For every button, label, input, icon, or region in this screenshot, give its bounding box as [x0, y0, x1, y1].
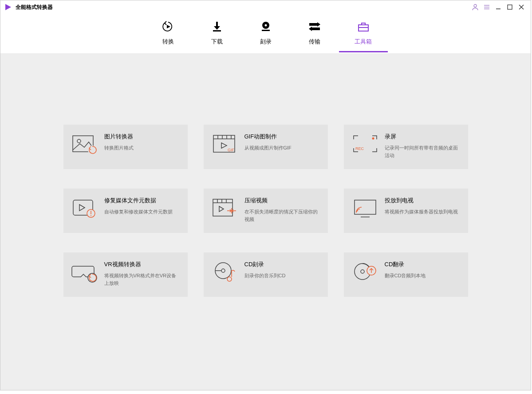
cd-rip-icon — [351, 260, 379, 284]
svg-point-45 — [221, 269, 225, 272]
tool-compress-video[interactable]: 压缩视频 在不损失清晰度的情况下压缩你的视频 — [204, 189, 328, 233]
menu-icon[interactable] — [481, 1, 493, 13]
tool-desc: 翻录CD音频到本地 — [385, 272, 461, 280]
vr-converter-icon — [71, 260, 99, 284]
convert-icon — [162, 20, 174, 33]
tool-desc: 转换图片格式 — [104, 144, 181, 152]
svg-rect-33 — [213, 199, 233, 216]
tool-title: 录屏 — [385, 133, 461, 141]
tool-vr-converter[interactable]: VR视频转换器 将视频转换为VR格式并在VR设备上放映 — [63, 252, 188, 297]
cast-tv-icon — [351, 197, 379, 220]
nav-label: 转换 — [162, 38, 174, 46]
svg-rect-14 — [312, 28, 320, 30]
svg-point-0 — [474, 4, 477, 7]
tool-fix-metadata[interactable]: 修复媒体文件元数据 自动修复和修改媒体文件元数据 — [63, 189, 188, 233]
svg-rect-9 — [213, 30, 221, 32]
tool-desc: 将视频转换为VR格式并在VR设备上放映 — [104, 272, 181, 287]
svg-rect-5 — [508, 5, 512, 9]
tool-cast-tv[interactable]: 投放到电视 将视频作为媒体服务器投放到电视 — [344, 189, 468, 233]
gif-maker-icon: GIF — [211, 133, 239, 156]
account-icon[interactable] — [469, 1, 481, 13]
svg-point-18 — [77, 139, 81, 143]
nav-label: 下载 — [211, 38, 223, 46]
tool-title: GIF动图制作 — [244, 133, 321, 141]
compress-video-icon — [211, 197, 239, 220]
tool-title: 图片转换器 — [104, 133, 181, 141]
svg-point-49 — [361, 270, 364, 273]
transfer-icon — [308, 20, 321, 33]
minimize-button[interactable] — [493, 1, 504, 13]
nav-toolbox[interactable]: 工具箱 — [339, 17, 388, 52]
svg-rect-13 — [309, 23, 317, 26]
nav-label: 刻录 — [260, 38, 272, 46]
close-button[interactable] — [516, 1, 527, 13]
tool-desc: 将视频作为媒体服务器投放到电视 — [385, 208, 461, 216]
tool-gif-maker[interactable]: GIF GIF动图制作 从视频或图片制作GIF — [204, 125, 328, 169]
nav-label: 工具箱 — [355, 38, 372, 46]
nav-convert[interactable]: 转换 — [144, 17, 193, 51]
svg-point-32 — [91, 215, 91, 216]
screen-record-icon: REC — [351, 133, 379, 156]
download-icon — [211, 20, 223, 33]
svg-text:REC: REC — [355, 146, 364, 151]
svg-text:GIF: GIF — [228, 148, 235, 152]
tool-title: CD翻录 — [385, 260, 461, 268]
svg-point-11 — [264, 24, 267, 27]
tool-title: VR视频转换器 — [104, 260, 181, 268]
tool-desc: 从视频或图片制作GIF — [244, 144, 321, 152]
nav-label: 传输 — [309, 38, 320, 46]
image-converter-icon — [71, 133, 99, 156]
app-title: 全能格式转换器 — [16, 4, 53, 11]
toolbox-icon — [357, 20, 370, 33]
nav-transfer[interactable]: 传输 — [290, 17, 339, 51]
svg-point-27 — [372, 138, 374, 140]
tool-title: 投放到电视 — [385, 197, 461, 205]
tool-desc: 在不损失清晰度的情况下压缩你的视频 — [244, 208, 321, 223]
nav-burn[interactable]: 刻录 — [241, 17, 290, 51]
tool-screen-record[interactable]: REC 录屏 记录同一时间所有带有音频的桌面活动 — [344, 125, 468, 169]
tool-desc: 自动修复和修改媒体文件元数据 — [104, 208, 181, 216]
tool-cd-rip[interactable]: CD翻录 翻录CD音频到本地 — [344, 252, 468, 297]
tool-image-converter[interactable]: 图片转换器 转换图片格式 — [63, 125, 188, 169]
fix-metadata-icon — [71, 197, 99, 220]
maximize-button[interactable] — [504, 1, 516, 13]
cd-burn-icon — [211, 260, 239, 284]
tool-desc: 刻录你的音乐到CD — [244, 272, 321, 280]
svg-rect-12 — [262, 30, 270, 31]
svg-rect-41 — [355, 200, 376, 214]
tool-title: CD刻录 — [244, 260, 321, 268]
tool-grid: 图片转换器 转换图片格式 GIF GIF动图制作 从视频或图片制作GIF REC — [63, 125, 468, 390]
burn-icon — [260, 20, 272, 33]
app-logo-icon — [4, 3, 12, 11]
tool-cd-burn[interactable]: CD刻录 刻录你的音乐到CD — [204, 252, 328, 297]
app-window: 全能格式转换器 转换 下载 — [0, 0, 531, 390]
nav-download[interactable]: 下载 — [193, 17, 241, 51]
tool-title: 修复媒体文件元数据 — [104, 197, 181, 205]
content-area: 图片转换器 转换图片格式 GIF GIF动图制作 从视频或图片制作GIF REC — [0, 54, 531, 390]
tool-desc: 记录同一时间所有带有音频的桌面活动 — [385, 144, 461, 159]
tool-title: 压缩视频 — [244, 197, 321, 205]
main-nav: 转换 下载 刻录 传输 工具箱 — [0, 14, 531, 54]
titlebar: 全能格式转换器 — [0, 0, 531, 14]
